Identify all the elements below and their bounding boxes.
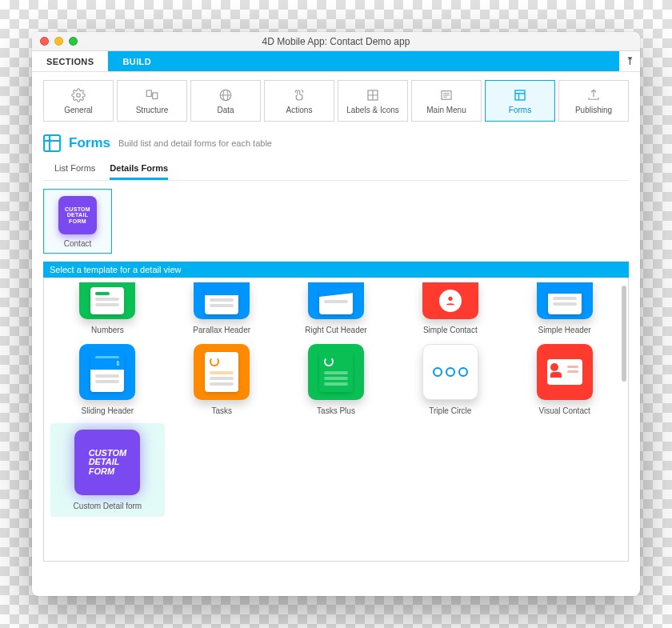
template-label: Visual Contact: [538, 406, 590, 415]
template-custom-detail-form[interactable]: CUSTOM DETAIL FORM Custom Detail form: [50, 423, 165, 517]
scrollbar-thumb[interactable]: [622, 286, 626, 382]
template-label: Triple Circle: [429, 406, 471, 415]
subtab-list-forms[interactable]: List Forms: [54, 163, 95, 180]
tab-sections[interactable]: SECTIONS: [32, 51, 108, 71]
template-label: Numbers: [91, 326, 124, 334]
nav-label: Forms: [509, 106, 531, 114]
svg-rect-2: [153, 93, 158, 99]
template-label: Custom Detail form: [74, 502, 142, 510]
template-triple-circle[interactable]: Triple Circle: [393, 342, 507, 415]
nav-forms[interactable]: Forms: [485, 80, 555, 122]
nav-label: General: [64, 106, 93, 114]
template-tasks-plus[interactable]: Tasks Plus: [279, 342, 394, 415]
svg-point-0: [77, 93, 81, 97]
upload-icon[interactable]: ⤒: [619, 51, 640, 71]
page-subtitle: Build list and detail forms for each tab…: [118, 138, 272, 148]
titlebar: 4D Mobile App: Contact Demo app: [32, 32, 640, 51]
template-thumb: [537, 282, 593, 319]
template-thumb: [194, 282, 250, 319]
template-simple-header[interactable]: Simple Header: [507, 281, 622, 334]
nav-label: Structure: [136, 106, 169, 114]
template-label: Tasks: [211, 406, 232, 415]
tab-build[interactable]: BUILD: [108, 51, 619, 71]
table-selector: CUSTOM DETAIL FORM Contact: [32, 181, 640, 254]
forms-page-icon: [43, 134, 61, 152]
form-subtabs: List Forms Details Forms: [43, 160, 629, 181]
template-thumb: [308, 344, 364, 400]
tap-icon: [292, 88, 306, 102]
template-label: Simple Contact: [423, 326, 478, 334]
nav-label: Publishing: [575, 106, 612, 114]
upload-icon: [586, 88, 601, 102]
template-tasks[interactable]: Tasks: [165, 342, 279, 415]
template-thumb: [79, 282, 135, 319]
template-parallax-header[interactable]: Parallax Header: [165, 281, 279, 334]
template-label: Sliding Header: [82, 406, 134, 415]
grid-icon: [366, 88, 380, 102]
nav-label: Labels & Icons: [346, 106, 399, 114]
nav-label: Actions: [286, 106, 313, 114]
nav-label: Main Menu: [426, 106, 466, 114]
template-thumb: CUSTOM DETAIL FORM: [74, 430, 140, 495]
template-thumb: ⇕: [79, 344, 135, 400]
thumb-text: CUSTOM DETAIL FORM: [89, 449, 126, 477]
template-label: Parallax Header: [193, 326, 250, 334]
template-numbers[interactable]: Numbers: [50, 281, 165, 334]
window-controls: [40, 37, 78, 46]
template-simple-contact[interactable]: Simple Contact: [393, 281, 507, 334]
page-heading: Forms Build list and detail forms for ea…: [32, 130, 640, 160]
svg-rect-1: [146, 90, 151, 97]
nav-label: Data: [217, 106, 234, 114]
top-tabbar: SECTIONS BUILD ⤒: [32, 51, 640, 72]
template-label: Right Cut Header: [305, 326, 366, 334]
nav-publishing[interactable]: Publishing: [558, 80, 629, 122]
window-title: 4D Mobile App: Contact Demo app: [32, 36, 640, 47]
template-thumb: [537, 344, 593, 400]
svg-rect-14: [515, 90, 525, 100]
template-banner: Select a template for a detail view: [43, 262, 629, 278]
nav-labels[interactable]: Labels & Icons: [338, 80, 408, 122]
nav-mainmenu[interactable]: Main Menu: [411, 80, 482, 122]
list-icon: [439, 88, 454, 102]
close-icon[interactable]: [40, 37, 49, 46]
template-thumb: [422, 282, 478, 319]
template-thumb: [308, 282, 364, 319]
template-scroller[interactable]: Numbers Parallax Header Right Cut Header: [43, 278, 629, 562]
nav-structure[interactable]: Structure: [117, 80, 187, 122]
template-grid: Numbers Parallax Header Right Cut Header: [44, 278, 628, 528]
table-thumb-text: CUSTOM DETAIL FORM: [65, 206, 90, 224]
template-thumb: [422, 344, 478, 400]
nav-data[interactable]: Data: [190, 80, 261, 122]
app-window: 4D Mobile App: Contact Demo app SECTIONS…: [32, 32, 640, 596]
template-sliding-header[interactable]: ⇕ Sliding Header: [50, 342, 165, 415]
table-thumb: CUSTOM DETAIL FORM: [58, 196, 97, 234]
structure-icon: [145, 88, 159, 102]
zoom-icon[interactable]: [69, 37, 78, 46]
template-label: Tasks Plus: [317, 406, 355, 415]
template-thumb: [194, 344, 250, 400]
layout-icon: [513, 88, 527, 102]
table-card-contact[interactable]: CUSTOM DETAIL FORM Contact: [43, 189, 112, 254]
template-visual-contact[interactable]: Visual Contact: [507, 342, 622, 415]
gear-icon: [71, 88, 86, 102]
template-right-cut-header[interactable]: Right Cut Header: [279, 281, 394, 334]
globe-icon: [218, 88, 233, 102]
table-name: Contact: [64, 239, 91, 248]
page-title: Forms: [69, 135, 110, 151]
nav-general[interactable]: General: [43, 80, 114, 122]
template-label: Simple Header: [538, 326, 591, 334]
subtab-details-forms[interactable]: Details Forms: [110, 163, 168, 180]
svg-point-17: [448, 297, 452, 301]
section-nav: General Structure Data Actions Labels & …: [32, 72, 640, 130]
nav-actions[interactable]: Actions: [264, 80, 334, 122]
minimize-icon[interactable]: [54, 37, 63, 46]
